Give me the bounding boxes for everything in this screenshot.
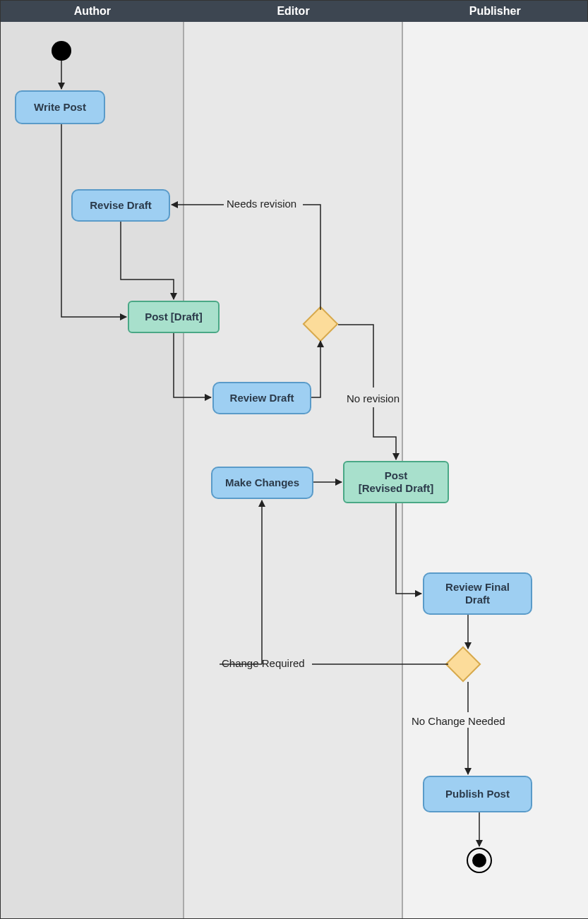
- activity-write-post: Write Post: [15, 90, 105, 124]
- decision-revision: [308, 311, 333, 337]
- initial-node-icon: [52, 41, 71, 61]
- activity-review-final: Review Final Draft: [423, 572, 532, 615]
- object-post-draft: Post [Draft]: [128, 301, 220, 333]
- decision-change: [450, 651, 476, 677]
- lane-header-editor: Editor: [184, 1, 403, 22]
- activity-publish-post: Publish Post: [423, 776, 532, 812]
- final-node-icon: [467, 848, 492, 873]
- edge-label-change-required: Change Required: [222, 657, 305, 669]
- end-node: [467, 848, 492, 873]
- activity-revise-draft: Revise Draft: [71, 189, 170, 222]
- swimlane-diagram: Author Editor Publisher Write Post Revis…: [0, 0, 588, 919]
- edge-label-no-revision: No revision: [347, 392, 400, 404]
- edge-label-no-change: No Change Needed: [412, 715, 505, 727]
- lane-author: [1, 22, 184, 918]
- activity-make-changes: Make Changes: [211, 467, 313, 499]
- start-node: [52, 41, 71, 61]
- edge-label-needs-revision: Needs revision: [227, 198, 296, 210]
- object-post-revised: Post [Revised Draft]: [343, 461, 449, 503]
- diamond-icon: [303, 306, 339, 342]
- activity-review-draft: Review Draft: [212, 382, 311, 414]
- lane-header-publisher: Publisher: [402, 1, 587, 22]
- lane-header-author: Author: [1, 1, 184, 22]
- swimlane-header: Author Editor Publisher: [1, 1, 587, 22]
- diamond-icon: [445, 647, 481, 683]
